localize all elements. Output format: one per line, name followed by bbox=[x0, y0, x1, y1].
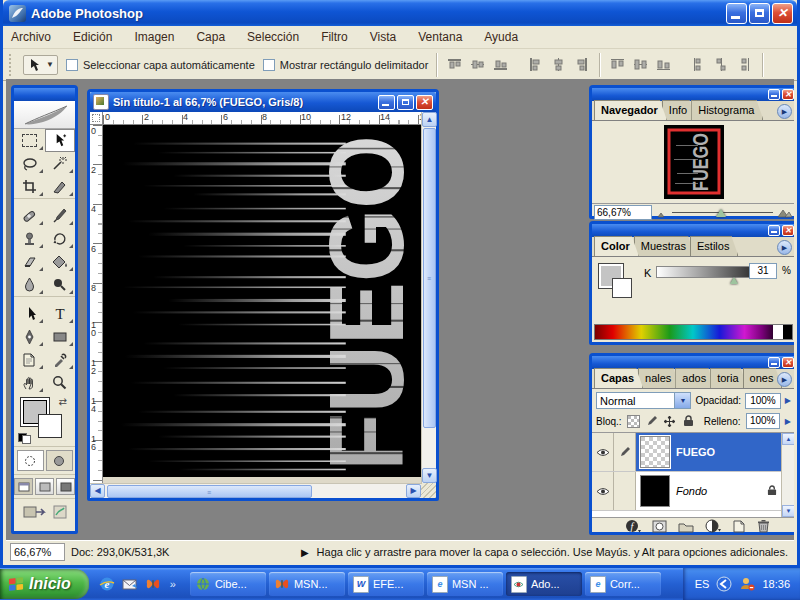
lock-position-icon[interactable] bbox=[663, 415, 676, 428]
eyedropper-tool[interactable] bbox=[45, 348, 76, 371]
pen-tool[interactable] bbox=[14, 325, 45, 348]
tab-canales[interactable]: nales bbox=[638, 368, 680, 388]
align-top-button[interactable] bbox=[445, 56, 464, 73]
hscroll-thumb[interactable]: ≡ bbox=[107, 485, 312, 498]
palette-minimize-button[interactable] bbox=[768, 89, 780, 100]
ruler-origin[interactable] bbox=[90, 112, 103, 125]
blur-tool[interactable] bbox=[14, 273, 45, 296]
menu-filtro[interactable]: Filtro bbox=[321, 30, 348, 44]
k-value-field[interactable]: 31 bbox=[749, 263, 777, 279]
scroll-right-button[interactable]: ▶ bbox=[406, 484, 421, 498]
crop-tool[interactable] bbox=[14, 175, 45, 198]
horizontal-scrollbar[interactable]: ◀ ≡ ▶ bbox=[90, 483, 421, 498]
layer-thumbnail[interactable] bbox=[640, 436, 670, 468]
notes-tool[interactable] bbox=[14, 348, 45, 371]
align-vcenter-button[interactable] bbox=[468, 56, 487, 73]
distribute-hcenter-button[interactable] bbox=[712, 56, 731, 73]
swap-colors-icon[interactable]: ⇄ bbox=[59, 396, 67, 407]
task-msn1[interactable]: MSN... bbox=[269, 572, 345, 596]
distribute-right-button[interactable] bbox=[735, 56, 754, 73]
palette-close-button[interactable]: ✕ bbox=[782, 357, 794, 368]
k-slider-thumb[interactable] bbox=[730, 277, 738, 284]
zoom-tool[interactable] bbox=[45, 371, 76, 394]
window-resize-grip[interactable] bbox=[421, 483, 436, 498]
start-button[interactable]: Inicio bbox=[0, 569, 89, 599]
tab-muestras[interactable]: Muestras bbox=[634, 236, 695, 256]
active-paint-indicator[interactable] bbox=[614, 433, 636, 471]
scroll-down-button[interactable]: ▼ bbox=[422, 468, 437, 483]
layer-name[interactable]: Fondo bbox=[676, 485, 707, 497]
jump-to-imageready[interactable] bbox=[14, 498, 75, 525]
palette-menu-icon[interactable]: ▶ bbox=[777, 104, 792, 119]
distribute-top-button[interactable] bbox=[608, 56, 627, 73]
navigator-thumbnail[interactable]: FUEGO bbox=[664, 125, 724, 199]
align-bottom-button[interactable] bbox=[491, 56, 510, 73]
color-titlebar[interactable]: ✕ bbox=[592, 224, 794, 237]
align-hcenter-button[interactable] bbox=[549, 56, 568, 73]
layers-titlebar[interactable]: ✕ bbox=[592, 356, 794, 369]
slice-tool[interactable] bbox=[45, 175, 76, 198]
healing-brush-tool[interactable] bbox=[14, 204, 45, 227]
path-selection-tool[interactable] bbox=[14, 302, 45, 325]
distribute-left-button[interactable] bbox=[689, 56, 708, 73]
shape-tool[interactable] bbox=[45, 325, 76, 348]
vscroll-thumb[interactable]: ≡ bbox=[423, 128, 436, 428]
fill-field[interactable]: 100% bbox=[746, 413, 780, 429]
fullscreen-button[interactable] bbox=[56, 478, 75, 495]
scroll-up-button[interactable]: ▲ bbox=[422, 112, 437, 127]
options-drag-grip[interactable] bbox=[9, 54, 15, 76]
tab-navegador[interactable]: Navegador bbox=[594, 100, 667, 120]
adjustment-layer-button[interactable] bbox=[705, 519, 721, 537]
visibility-toggle[interactable] bbox=[592, 433, 614, 471]
fill-spinner-icon[interactable]: ▶ bbox=[785, 417, 791, 426]
task-efe[interactable]: W EFE... bbox=[348, 572, 424, 596]
menu-seleccion[interactable]: Selección bbox=[247, 30, 299, 44]
layer-name[interactable]: FUEGO bbox=[676, 446, 715, 458]
doc-minimize-button[interactable] bbox=[378, 95, 395, 110]
maximize-button[interactable] bbox=[749, 3, 770, 24]
toolbox-titlebar[interactable] bbox=[14, 88, 75, 101]
new-group-button[interactable] bbox=[678, 519, 694, 537]
tab-trazados[interactable]: ados bbox=[675, 368, 715, 388]
rainbow-ramp[interactable] bbox=[595, 325, 773, 339]
tab-color[interactable]: Color bbox=[594, 236, 639, 256]
menu-capa[interactable]: Capa bbox=[196, 30, 225, 44]
opacity-field[interactable]: 100% bbox=[745, 393, 781, 409]
opacity-spinner-icon[interactable]: ▶ bbox=[785, 396, 791, 405]
menu-ayuda[interactable]: Ayuda bbox=[484, 30, 518, 44]
menu-edicion[interactable]: Edición bbox=[73, 30, 112, 44]
tab-historia[interactable]: toria bbox=[710, 368, 747, 388]
move-tool-preset[interactable]: ▼ bbox=[23, 55, 58, 75]
quick-launch-overflow[interactable]: » bbox=[170, 578, 176, 590]
task-corr[interactable]: e Corr... bbox=[585, 572, 661, 596]
eraser-tool[interactable] bbox=[14, 250, 45, 273]
color-spectrum-ramp[interactable] bbox=[594, 324, 793, 340]
standard-screen-button[interactable] bbox=[14, 478, 33, 495]
canvas[interactable]: FUEGO bbox=[103, 125, 421, 477]
menu-ventana[interactable]: Ventana bbox=[418, 30, 462, 44]
language-indicator[interactable]: ES bbox=[695, 578, 710, 590]
palette-menu-icon[interactable]: ▶ bbox=[777, 240, 792, 255]
layer-thumbnail[interactable] bbox=[640, 475, 670, 507]
auto-select-checkbox[interactable]: Seleccionar capa automáticamente bbox=[66, 59, 255, 71]
standard-mode-button[interactable] bbox=[17, 450, 44, 471]
white-swatch[interactable] bbox=[773, 325, 783, 339]
delete-layer-button[interactable] bbox=[757, 519, 770, 537]
menu-imagen[interactable]: Imagen bbox=[134, 30, 174, 44]
vertical-ruler[interactable]: 0 2 4 6 8 10 12 14 16 bbox=[90, 125, 103, 483]
clone-stamp-tool[interactable] bbox=[14, 227, 45, 250]
distribute-bottom-button[interactable] bbox=[654, 56, 673, 73]
lock-all-icon[interactable] bbox=[682, 415, 695, 428]
menu-vista[interactable]: Vista bbox=[370, 30, 396, 44]
visibility-toggle[interactable] bbox=[592, 472, 614, 510]
move-tool[interactable] bbox=[45, 129, 76, 152]
palette-menu-icon[interactable]: ▶ bbox=[777, 372, 792, 387]
type-tool[interactable]: T bbox=[45, 302, 76, 325]
adobe-online-button[interactable] bbox=[14, 101, 75, 129]
add-mask-button[interactable] bbox=[652, 519, 667, 537]
internet-explorer-icon[interactable]: e bbox=[99, 576, 115, 592]
align-left-button[interactable] bbox=[526, 56, 545, 73]
tab-histograma[interactable]: Histograma bbox=[691, 100, 763, 120]
tab-estilos[interactable]: Estilos bbox=[690, 236, 738, 256]
scroll-left-button[interactable]: ◀ bbox=[90, 484, 105, 498]
